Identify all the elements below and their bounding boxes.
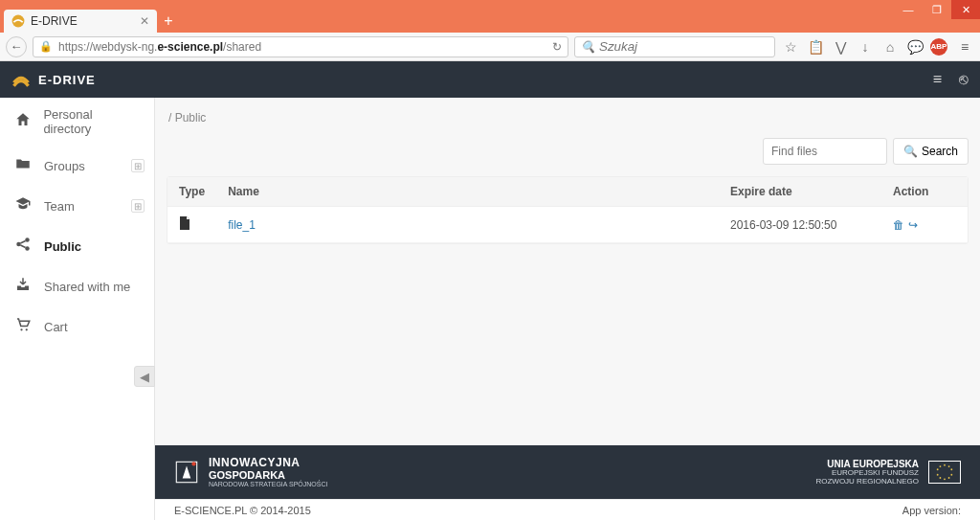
app-logout-icon[interactable]: ⎋ (959, 71, 969, 88)
file-link[interactable]: file_1 (228, 218, 256, 232)
svg-point-11 (948, 465, 950, 467)
home-icon (13, 111, 32, 132)
svg-point-18 (937, 468, 939, 470)
file-icon (179, 216, 190, 230)
os-titlebar: — ❐ ✕ (0, 0, 980, 8)
svg-point-4 (20, 328, 22, 330)
reload-icon[interactable]: ↻ (552, 40, 562, 54)
sidebar-item-label: Groups (44, 159, 85, 173)
new-tab-button[interactable]: + (157, 10, 180, 33)
eu-flag-icon (928, 461, 961, 484)
sidebar-item-team[interactable]: Team⊞ (0, 186, 154, 226)
app-menu-icon[interactable]: ≡ (933, 71, 942, 88)
footer-eu-line3: ROZWOJU REGIONALNEGO (815, 478, 919, 486)
sidebar-item-cart[interactable]: Cart (0, 306, 154, 347)
col-action: Action (881, 177, 968, 207)
sidebar-item-label: Cart (44, 320, 68, 334)
window-close-button[interactable]: ✕ (951, 0, 980, 19)
pocket-icon[interactable]: ⋁ (831, 39, 850, 55)
magnifier-icon: 🔍 (903, 145, 918, 158)
sidebar-item-label: Shared with me (44, 280, 130, 294)
logo-icon (11, 70, 31, 89)
cart-icon (13, 316, 33, 337)
sidebar-item-label: Personal directory (43, 107, 141, 136)
svg-point-10 (944, 464, 946, 466)
svg-point-19 (940, 465, 942, 467)
bookmark-star-icon[interactable]: ☆ (781, 39, 800, 55)
tab-title: E-DRIVE (31, 14, 78, 28)
sidebar-item-label: Public (44, 239, 81, 254)
nav-back-button[interactable]: ← (6, 36, 27, 57)
content-area: / Public 🔍 Search Type Name Expire d (155, 98, 980, 520)
files-table: Type Name Expire date Action file_12016-… (167, 177, 968, 243)
grad-icon (13, 195, 33, 216)
clipboard-icon[interactable]: 📋 (806, 39, 825, 55)
search-button[interactable]: 🔍 Search (893, 138, 969, 165)
svg-point-15 (944, 478, 946, 480)
search-icon: 🔍 (581, 40, 595, 54)
sidebar-add-icon[interactable]: ⊞ (131, 199, 145, 213)
cell-type (167, 207, 216, 243)
browser-toolbar: ← 🔒 https://webdysk-ng.e-science.pl/shar… (0, 33, 980, 61)
app-brand-label: E-DRIVE (38, 73, 96, 87)
tab-close-icon[interactable]: ✕ (140, 14, 149, 28)
breadcrumb: / Public (167, 107, 969, 138)
downloads-icon[interactable]: ↓ (856, 39, 875, 55)
cell-expire: 2016-03-09 12:50:50 (719, 207, 881, 243)
footer-app-version-label: App version: (902, 505, 961, 516)
col-expire: Expire date (719, 177, 881, 207)
folder-icon (13, 155, 33, 176)
svg-point-2 (25, 237, 30, 242)
footer-ig-line2: GOSPODARKA (209, 469, 327, 481)
app-logo[interactable]: E-DRIVE (11, 70, 96, 89)
browser-tab[interactable]: E-DRIVE ✕ (4, 10, 157, 33)
footer-light: E-SCIENCE.PL © 2014-2015 App version: (155, 499, 980, 520)
svg-point-1 (16, 242, 21, 247)
col-name: Name (216, 177, 719, 207)
sidebar-item-public[interactable]: Public (0, 226, 154, 266)
cell-name: file_1 (216, 207, 719, 243)
col-type: Type (167, 177, 216, 207)
address-bar[interactable]: 🔒 https://webdysk-ng.e-science.pl/shared… (33, 36, 568, 57)
search-button-label: Search (922, 145, 958, 158)
abp-icon[interactable]: ABP (930, 38, 949, 56)
svg-point-8 (191, 462, 195, 465)
sidebar-item-label: Team (44, 199, 75, 214)
svg-point-12 (950, 468, 952, 470)
delete-icon[interactable]: 🗑 (893, 218, 904, 232)
table-row: file_12016-03-09 12:50:50🗑↪ (167, 207, 968, 243)
files-panel: Type Name Expire date Action file_12016-… (167, 176, 969, 244)
svg-point-14 (948, 477, 950, 479)
lock-icon: 🔒 (39, 40, 53, 53)
window-maximize-button[interactable]: ❐ (923, 0, 951, 19)
find-files-input[interactable] (763, 138, 887, 165)
svg-marker-7 (183, 466, 191, 479)
browser-menu-icon[interactable]: ≡ (955, 39, 974, 55)
svg-point-5 (26, 328, 28, 330)
footer-dark: INNOWACYJNA GOSPODARKA NARODOWA STRATEGI… (155, 445, 980, 499)
svg-point-16 (940, 477, 942, 479)
tab-favicon-icon (11, 14, 25, 28)
tools-row: 🔍 Search (167, 138, 969, 165)
cell-action: 🗑↪ (881, 207, 968, 243)
sidebar-item-groups[interactable]: Groups⊞ (0, 146, 154, 186)
footer-ig-line1: INNOWACYJNA (209, 457, 327, 469)
svg-point-13 (950, 474, 952, 476)
browser-tab-strip: E-DRIVE ✕ + (0, 8, 980, 33)
url-text: https://webdysk-ng.e-science.pl/shared (58, 40, 546, 54)
sidebar-add-icon[interactable]: ⊞ (131, 159, 145, 172)
inbox-icon (13, 276, 33, 297)
app-header: E-DRIVE ≡ ⎋ (0, 61, 980, 98)
sidebar-item-shared-with-me[interactable]: Shared with me (0, 266, 154, 306)
ig-logo-icon (174, 458, 199, 486)
share-arrow-icon[interactable]: ↪ (908, 218, 918, 232)
sidebar-item-personal-directory[interactable]: Personal directory (0, 98, 154, 146)
window-minimize-button[interactable]: — (894, 0, 923, 19)
share-icon (13, 236, 33, 257)
sidebar-collapse-button[interactable]: ◀ (134, 366, 155, 387)
browser-search-box[interactable]: 🔍 (574, 36, 775, 57)
chat-icon[interactable]: 💬 (905, 39, 924, 55)
svg-point-3 (25, 246, 30, 251)
browser-search-input[interactable] (599, 39, 768, 54)
home-icon[interactable]: ⌂ (880, 39, 900, 55)
